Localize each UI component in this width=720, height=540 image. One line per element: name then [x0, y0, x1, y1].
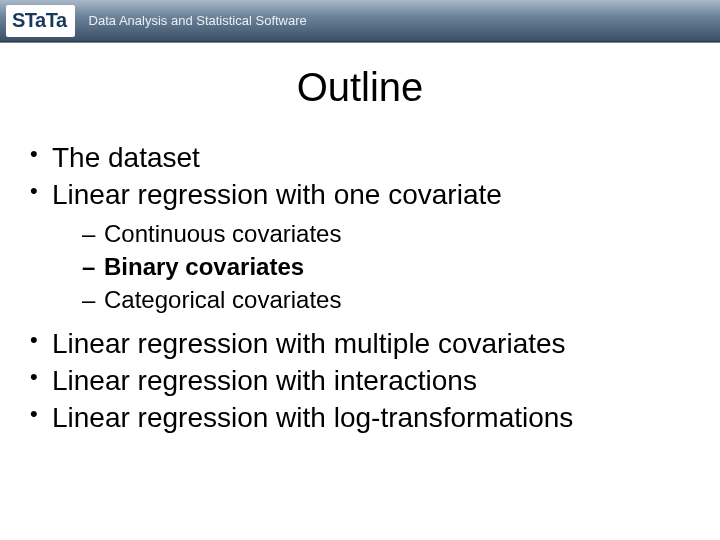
- list-item: Continuous covariates: [52, 218, 694, 249]
- logo-text: STaTa: [12, 9, 67, 32]
- bullet-text: Categorical covariates: [104, 286, 341, 313]
- bullet-text: Linear regression with multiple covariat…: [52, 328, 566, 359]
- header-bar: STaTa Data Analysis and Statistical Soft…: [0, 0, 720, 42]
- outline-sublist: Continuous covariates Binary covariates …: [52, 218, 694, 316]
- stata-logo: STaTa: [6, 5, 75, 37]
- list-item: Binary covariates: [52, 251, 694, 282]
- list-item: Linear regression with multiple covariat…: [26, 326, 694, 361]
- header-underline: [0, 42, 720, 43]
- outline-list: The dataset Linear regression with one c…: [26, 140, 694, 435]
- bullet-text: Continuous covariates: [104, 220, 341, 247]
- list-item: Linear regression with one covariate Con…: [26, 177, 694, 316]
- list-item: Linear regression with log-transformatio…: [26, 400, 694, 435]
- bullet-text: Binary covariates: [104, 253, 304, 280]
- list-item: Categorical covariates: [52, 284, 694, 315]
- bullet-text: Linear regression with one covariate: [52, 179, 502, 210]
- bullet-text: Linear regression with interactions: [52, 365, 477, 396]
- slide: STaTa Data Analysis and Statistical Soft…: [0, 0, 720, 540]
- page-title: Outline: [0, 65, 720, 110]
- list-item: Linear regression with interactions: [26, 363, 694, 398]
- bullet-text: The dataset: [52, 142, 200, 173]
- bullet-text: Linear regression with log-transformatio…: [52, 402, 573, 433]
- header-tagline: Data Analysis and Statistical Software: [89, 13, 307, 28]
- content-area: The dataset Linear regression with one c…: [0, 140, 720, 435]
- list-item: The dataset: [26, 140, 694, 175]
